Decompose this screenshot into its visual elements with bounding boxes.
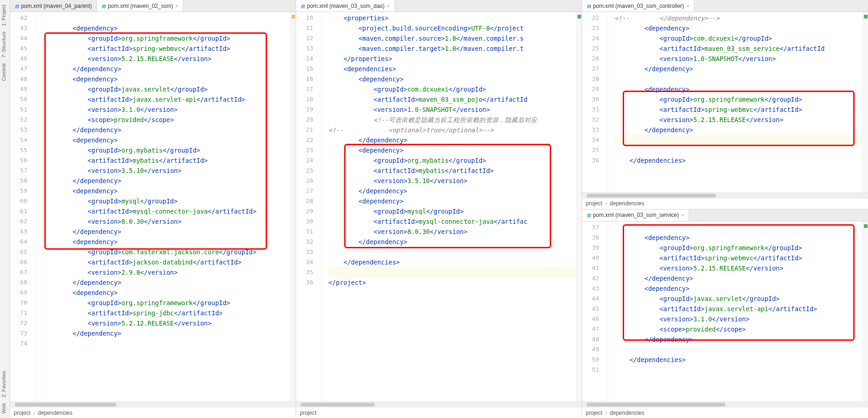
code-line[interactable]: <version>8.0.30</version>	[328, 227, 576, 237]
code-line[interactable]: </dependency>	[328, 135, 576, 145]
code-line[interactable]	[614, 145, 862, 155]
code-line[interactable]: <artifactId>spring-webmvc</artifactId>	[42, 43, 290, 54]
code-line[interactable]: <groupId>org.springframework</groupId>	[614, 243, 862, 253]
close-icon[interactable]: ×	[387, 3, 390, 9]
code-line[interactable]: <version>3.5.10</version>	[42, 166, 290, 176]
horizontal-scrollbar[interactable]	[582, 192, 868, 198]
code-line[interactable]: <maven.compiler.source>1.8</maven.compil…	[328, 33, 576, 43]
breadcrumbs[interactable]: project›dependencies	[582, 198, 868, 209]
scrollbar-thumb[interactable]	[587, 194, 716, 197]
breadcrumb-item[interactable]: project	[300, 410, 316, 416]
code-line[interactable]: </dependencies>	[614, 155, 862, 166]
code-area[interactable]: <!-- </dependency>--> <dependency> <grou…	[614, 12, 862, 192]
breadcrumb-item[interactable]: project	[586, 200, 602, 207]
editor-tab[interactable]: m pom.xml (maven_04_parent)	[10, 0, 97, 12]
code-area[interactable]: <properties> <project.build.sourceEncodi…	[328, 12, 576, 401]
code-line[interactable]: <artifactId>spring-webmvc</artifactId>	[614, 104, 862, 115]
code-line[interactable]: </dependency>	[42, 125, 290, 135]
code-line[interactable]: <artifactId>maven_03_ssm_service</artifa…	[614, 43, 862, 54]
code-line[interactable]	[42, 13, 290, 23]
scrollbar-thumb[interactable]	[15, 403, 116, 406]
tool-structure[interactable]: 7: Structure	[0, 29, 7, 61]
code-line[interactable]: <groupId>javax.servlet</groupId>	[614, 294, 862, 304]
code-line[interactable]: <dependency>	[614, 233, 862, 243]
code-line[interactable]: <version>5.2.15.RELEASE</version>	[42, 54, 290, 64]
code-line[interactable]: </dependencies>	[614, 355, 862, 365]
close-icon[interactable]: ×	[176, 3, 178, 9]
code-line[interactable]: <!--可选依赖是隐藏当前工程所依赖的资源，隐藏后对应	[328, 115, 576, 125]
code-line[interactable]: </dependency>	[42, 328, 290, 338]
code-line[interactable]: <version>1.0-SNAPSHOT</version>	[614, 54, 862, 64]
code-line[interactable]: <groupId>org.mybatis</groupId>	[328, 155, 576, 166]
editor[interactable]: 373839404142434445464748495051 <dependen…	[582, 221, 868, 402]
breadcrumb-item[interactable]: dependencies	[610, 410, 644, 416]
code-line[interactable]: <artifactId>mysql-connector-java</artifa…	[328, 216, 576, 227]
code-line[interactable]: <dependency>	[328, 145, 576, 155]
scrollbar-thumb[interactable]	[587, 403, 725, 406]
code-line[interactable]: <groupId>mysql</groupId>	[328, 206, 576, 216]
editor[interactable]: 1011121314151617181920212223242526272829…	[296, 12, 582, 401]
code-line[interactable]	[614, 222, 862, 233]
code-line[interactable]: <dependency>	[42, 74, 290, 84]
breadcrumb-item[interactable]: project	[14, 410, 30, 416]
code-line[interactable]: <dependency>	[42, 186, 290, 196]
code-line[interactable]: <scope>provided</scope>	[42, 115, 290, 125]
code-line[interactable]: <artifactId>mysql-connector-java</artifa…	[42, 206, 290, 216]
code-line[interactable]: <properties>	[328, 13, 576, 23]
code-area[interactable]: <dependency> <groupId>org.springframewor…	[42, 12, 290, 401]
code-line[interactable]: <groupId>com.dcxuexi</groupId>	[614, 33, 862, 43]
code-line[interactable]: </properties>	[328, 54, 576, 64]
code-line[interactable]: </dependencies>	[328, 257, 576, 267]
code-line[interactable]: </dependency>	[614, 125, 862, 135]
code-line[interactable]: <!-- </dependency>-->	[614, 13, 862, 23]
code-line[interactable]: </dependency>	[328, 186, 576, 196]
code-line[interactable]: <artifactId>jackson-databind</artifactId…	[42, 257, 290, 267]
tool-project[interactable]: 1: Project	[0, 2, 7, 29]
code-line[interactable]: <scope>provided</scope>	[614, 324, 862, 334]
editor-tab[interactable]: m pom.xml (maven_03_ssm_service) ×	[582, 209, 689, 221]
breadcrumbs[interactable]: project›dependencies	[10, 407, 296, 418]
code-line[interactable]: <dependency>	[614, 84, 862, 94]
editor-tab[interactable]: m pom.xml (maven_02_ssm) ×	[97, 0, 183, 12]
code-line[interactable]: <groupId>org.springframework</groupId>	[42, 33, 290, 43]
code-line[interactable]: <dependency>	[42, 135, 290, 145]
tool-favorites[interactable]: 2: Favorites	[0, 368, 7, 400]
code-line[interactable]: <groupId>mysql</groupId>	[42, 196, 290, 206]
editor[interactable]: 222324252627282930313233343536<!-- </dep…	[582, 12, 868, 192]
code-line[interactable]: <dependency>	[614, 283, 862, 294]
code-line[interactable]: <groupId>com.fasterxml.jackson.core</gro…	[42, 247, 290, 257]
code-line[interactable]: <version>1.0-SNAPSHOT</version>	[328, 104, 576, 115]
code-line[interactable]: <version>2.9.8</version>	[42, 267, 290, 277]
code-line[interactable]	[614, 74, 862, 84]
code-line[interactable]: <groupId>org.springframework</groupId>	[42, 298, 290, 308]
code-line[interactable]: </dependency>	[614, 273, 862, 283]
code-line[interactable]: </dependency>	[42, 176, 290, 186]
code-line[interactable]: <version>5.2.15.RELEASE</version>	[614, 115, 862, 125]
code-line[interactable]: <dependency>	[42, 237, 290, 247]
horizontal-scrollbar[interactable]	[582, 401, 868, 407]
code-line[interactable]: <version>5.2.12.RELEASE</version>	[42, 318, 290, 328]
code-line[interactable]: </dependency>	[614, 64, 862, 74]
code-line[interactable]	[328, 267, 576, 277]
code-line[interactable]	[42, 338, 290, 349]
code-line[interactable]: <artifactId>spring-jdbc</artifactId>	[42, 308, 290, 318]
breadcrumb-item[interactable]: project	[586, 410, 602, 416]
code-line[interactable]: <dependencies>	[328, 64, 576, 74]
breadcrumb-item[interactable]: dependencies	[610, 200, 644, 207]
code-line[interactable]: <dependency>	[42, 288, 290, 298]
code-line[interactable]: <version>3.1.0</version>	[614, 314, 862, 324]
code-line[interactable]: <artifactId>maven_03_ssm_pojo</artifactI…	[328, 94, 576, 104]
scrollbar-thumb[interactable]	[301, 403, 375, 406]
code-line[interactable]: </dependency>	[328, 237, 576, 247]
code-line[interactable]: <groupId>org.mybatis</groupId>	[42, 145, 290, 155]
code-line[interactable]: <dependency>	[614, 23, 862, 33]
code-line[interactable]: <version>5.2.15.RELEASE</version>	[614, 263, 862, 273]
code-line[interactable]	[614, 135, 862, 145]
code-line[interactable]: </project>	[328, 277, 576, 288]
tool-commit[interactable]: Commit	[0, 61, 7, 84]
code-line[interactable]: <artifactId>javax.servlet-api</artifactI…	[614, 304, 862, 314]
code-line[interactable]: </dependency>	[42, 64, 290, 74]
code-line[interactable]	[614, 365, 862, 375]
code-line[interactable]	[614, 344, 862, 355]
code-line[interactable]: <dependency>	[42, 23, 290, 33]
